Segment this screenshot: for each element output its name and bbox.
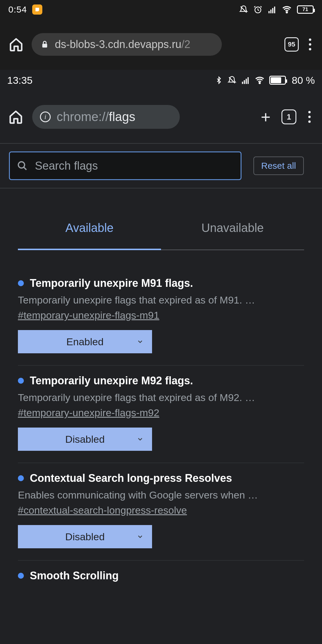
flag-select-value: Disabled [65, 531, 105, 543]
inner-url-text: chrome://flags [57, 110, 135, 124]
svg-rect-7 [242, 82, 243, 84]
battery-icon: 71 [297, 5, 314, 14]
modified-dot-icon [18, 475, 24, 481]
modified-dot-icon [18, 280, 24, 286]
tab-count-value: 1 [287, 112, 291, 122]
wifi-icon [255, 75, 264, 85]
flag-item: Temporarily unexpire M91 flags. Temporar… [18, 268, 304, 366]
flag-anchor-link[interactable]: #contextual-search-longpress-resolve [18, 504, 187, 516]
outer-tab-count[interactable]: 95 [284, 37, 299, 52]
flag-title-text: Temporarily unexpire M92 flags. [30, 374, 193, 387]
chevron-down-icon [137, 533, 144, 540]
reset-all-button[interactable]: Reset all [253, 157, 304, 175]
outer-url-text: ds-blobs-3.cdn.devapps.ru/2 [55, 38, 190, 51]
alarm-icon [253, 5, 262, 14]
url-scheme: chrome:// [57, 110, 109, 124]
modified-dot-icon [18, 573, 24, 579]
search-input[interactable] [35, 160, 233, 172]
search-box[interactable] [9, 151, 242, 180]
tab-unavailable[interactable]: Unavailable [161, 209, 304, 250]
svg-rect-9 [246, 79, 247, 84]
flag-description: Temporarily unexpire flags that expired … [18, 392, 304, 403]
flag-select[interactable]: Disabled [18, 525, 152, 548]
outer-menu-icon[interactable] [306, 38, 314, 50]
flags-search-row: Reset all [0, 144, 322, 188]
signal-icon [241, 76, 250, 85]
chevron-down-icon [137, 338, 144, 345]
inner-menu-icon[interactable] [305, 111, 314, 123]
inner-clock: 13:35 [7, 75, 32, 86]
flag-anchor-link[interactable]: #temporary-unexpire-flags-m92 [18, 407, 159, 419]
info-icon: i [40, 112, 51, 122]
search-icon [17, 160, 28, 171]
flag-title: Contextual Search long-press Resolves [18, 472, 304, 484]
battery-icon [269, 76, 286, 85]
outer-browser-toolbar: ds-blobs-3.cdn.devapps.ru/2 95 [0, 19, 322, 70]
flag-select[interactable]: Enabled [18, 330, 152, 353]
svg-rect-10 [247, 77, 249, 84]
flag-title-text: Contextual Search long-press Resolves [30, 472, 232, 484]
svg-rect-1 [269, 11, 270, 13]
home-icon[interactable] [8, 36, 24, 53]
flag-description: Enables communicating with Google server… [18, 489, 304, 501]
inner-status-right: 80 % [215, 75, 315, 86]
inner-status-bar: 13:35 80 % [0, 70, 322, 91]
svg-rect-6 [42, 44, 47, 48]
svg-rect-4 [274, 7, 275, 13]
battery-percent: 71 [303, 7, 308, 13]
url-page: flags [109, 110, 135, 124]
flag-item: Smooth Scrolling [18, 561, 304, 594]
new-tab-icon[interactable]: + [259, 107, 273, 127]
status-right: 71 [239, 5, 314, 14]
device-clock: 0:54 [8, 4, 27, 15]
flags-list[interactable]: Temporarily unexpire M91 flags. Temporar… [0, 250, 322, 644]
flag-title: Smooth Scrolling [18, 569, 304, 582]
url-host: ds-blobs-3.cdn.devapps.ru [55, 38, 181, 50]
notification-app-icon [32, 4, 42, 15]
mute-icon [227, 76, 236, 85]
tab-count-value: 95 [288, 41, 295, 48]
chevron-down-icon [137, 436, 144, 443]
inner-address-bar[interactable]: i chrome://flags [32, 105, 180, 129]
bluetooth-icon [215, 76, 223, 85]
flag-title: Temporarily unexpire M92 flags. [18, 374, 304, 387]
home-icon[interactable] [8, 109, 23, 124]
svg-point-12 [18, 162, 25, 168]
tab-available[interactable]: Available [18, 209, 161, 250]
svg-rect-8 [244, 80, 245, 84]
flags-tabs: Available Unavailable [18, 209, 304, 250]
svg-point-5 [286, 12, 287, 13]
flag-anchor-link[interactable]: #temporary-unexpire-flags-m91 [18, 309, 159, 321]
url-path: /2 [181, 38, 190, 50]
flag-title: Temporarily unexpire M91 flags. [18, 277, 304, 290]
flag-select-value: Disabled [65, 434, 105, 445]
dnd-icon [239, 5, 248, 14]
flag-item: Temporarily unexpire M92 flags. Temporar… [18, 366, 304, 463]
flags-tabs-wrap: Available Unavailable [0, 188, 322, 250]
svg-rect-2 [270, 10, 272, 13]
flag-title-text: Temporarily unexpire M91 flags. [30, 277, 193, 290]
lock-icon [41, 40, 49, 49]
inner-browser-toolbar: i chrome://flags + 1 [0, 91, 322, 144]
svg-rect-3 [272, 8, 273, 13]
flag-title-text: Smooth Scrolling [30, 569, 119, 582]
svg-point-11 [259, 82, 260, 83]
battery-percent: 80 % [292, 75, 315, 86]
flag-item: Contextual Search long-press Resolves En… [18, 463, 304, 561]
modified-dot-icon [18, 378, 24, 384]
wifi-icon [282, 5, 292, 14]
status-left: 0:54 [8, 4, 42, 15]
inner-tab-count[interactable]: 1 [281, 109, 296, 124]
device-status-bar: 0:54 71 [0, 0, 322, 19]
flag-select-value: Enabled [66, 336, 104, 348]
flag-description: Temporarily unexpire flags that expired … [18, 294, 304, 306]
outer-address-bar[interactable]: ds-blobs-3.cdn.devapps.ru/2 [32, 33, 222, 56]
signal-icon [268, 5, 277, 14]
flag-select[interactable]: Disabled [18, 428, 152, 451]
